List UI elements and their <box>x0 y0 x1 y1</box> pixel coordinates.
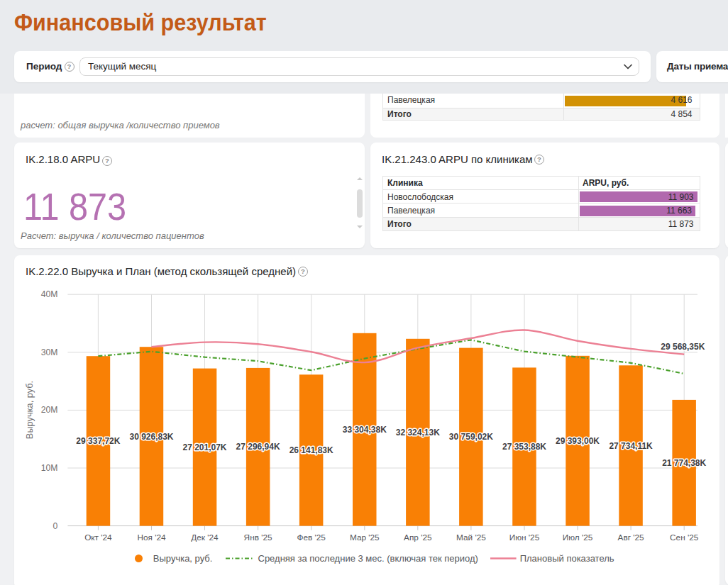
svg-text:40M: 40M <box>41 289 58 299</box>
svg-text:29 337,72K: 29 337,72K <box>76 436 120 446</box>
svg-text:30 759,02K: 30 759,02K <box>449 432 493 442</box>
svg-text:27 201,07K: 27 201,07K <box>182 442 226 452</box>
svg-text:Янв '25: Янв '25 <box>244 533 272 542</box>
svg-text:Окт '24: Окт '24 <box>84 533 112 542</box>
svg-text:Дек '24: Дек '24 <box>191 533 219 542</box>
svg-text:Средняя за последние 3 мес. (в: Средняя за последние 3 мес. (включая тек… <box>258 553 478 564</box>
svg-text:32 324,13K: 32 324,13K <box>396 428 440 438</box>
svg-text:Сен '25: Сен '25 <box>670 533 699 542</box>
svg-text:Июл '25: Июл '25 <box>563 533 593 542</box>
svg-text:27 353,88K: 27 353,88K <box>502 442 546 452</box>
svg-text:29 393,00K: 29 393,00K <box>556 436 600 446</box>
svg-text:Выручка, руб.: Выручка, руб. <box>153 553 213 564</box>
svg-text:Фев '25: Фев '25 <box>297 533 326 542</box>
svg-text:Авг '25: Авг '25 <box>618 533 645 542</box>
svg-text:Выручка, руб.: Выручка, руб. <box>24 381 35 439</box>
svg-text:30M: 30M <box>41 347 58 357</box>
svg-text:0: 0 <box>53 521 58 531</box>
svg-text:Май '25: Май '25 <box>456 533 486 542</box>
svg-text:30 926,83K: 30 926,83K <box>129 432 173 442</box>
svg-text:29 568,35K: 29 568,35K <box>661 342 705 352</box>
svg-text:Мар '25: Мар '25 <box>350 533 380 542</box>
svg-text:Плановый показатель: Плановый показатель <box>520 553 614 564</box>
svg-text:10M: 10M <box>41 463 58 473</box>
svg-text:27 296,94K: 27 296,94K <box>236 442 280 452</box>
svg-text:20M: 20M <box>41 405 58 415</box>
svg-text:26 141,83K: 26 141,83K <box>289 445 333 455</box>
svg-text:27 734,11K: 27 734,11K <box>609 441 653 451</box>
svg-text:21 774,38K: 21 774,38K <box>662 458 706 468</box>
svg-text:Июн '25: Июн '25 <box>509 533 540 542</box>
svg-text:Ноя '24: Ноя '24 <box>137 533 166 542</box>
svg-text:Апр '25: Апр '25 <box>404 533 432 542</box>
svg-text:33 304,38K: 33 304,38K <box>343 425 387 435</box>
